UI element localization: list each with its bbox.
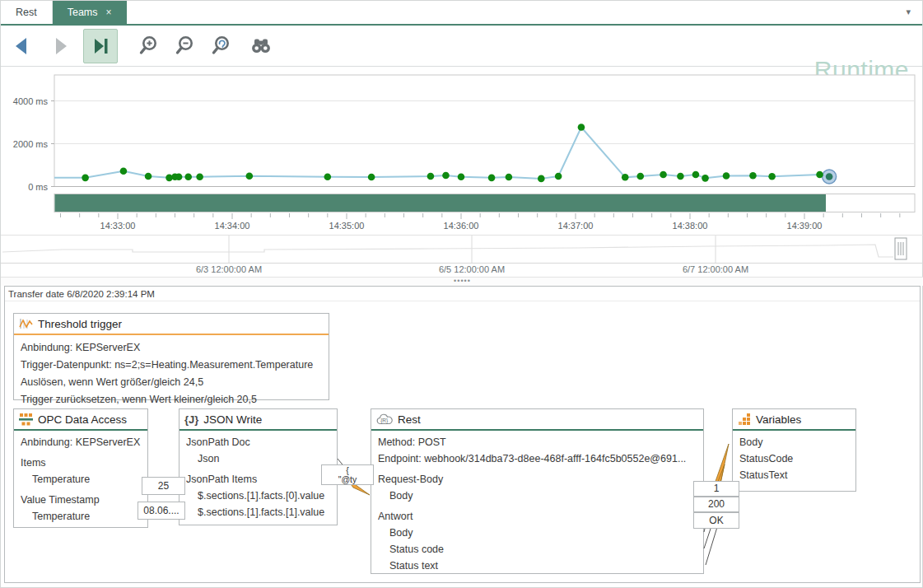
value-box-timestamp: 08.06.... [138, 502, 185, 520]
rest-row-response-body[interactable]: Body [378, 525, 697, 541]
variables-row-body[interactable]: Body [739, 434, 849, 450]
value-box-temperature: 25 [142, 477, 185, 495]
runtime-chart[interactable]: 4000 ms2000 ms0 ms14:33:0014:34:0014:35:… [1, 67, 923, 235]
opc-row: Value Timestamp [21, 492, 141, 508]
threshold-line: Auslösen, wenn Wert größer/gleich 24,5 [21, 374, 322, 391]
node-threshold-trigger[interactable]: Threshold trigger Anbindung: KEPServerEX… [13, 313, 329, 400]
svg-text:6/3 12:00:00 AM: 6/3 12:00:00 AM [196, 264, 262, 274]
svg-text:6/5 12:00:00 AM: 6/5 12:00:00 AM [439, 264, 505, 274]
opc-data-access-icon [19, 413, 33, 426]
svg-text:6/7 12:00:00 AM: 6/7 12:00:00 AM [683, 264, 748, 274]
node-title: Threshold trigger [38, 318, 122, 330]
json-row-json[interactable]: Json [186, 450, 330, 467]
opc-row: Anbindung: KEPServerEX [21, 434, 141, 450]
zoom-reset-icon [211, 34, 235, 58]
rest-row-endpoint: Endpoint: webhook/314dba73-d8ee-468f-aff… [378, 450, 697, 467]
value-box-body: 1 [693, 481, 739, 497]
rest-row: Antwort [378, 508, 697, 525]
node-title: OPC Data Access [38, 413, 127, 426]
rest-cloud-icon: {R} [376, 413, 393, 426]
json-row: JsonPath Items [186, 471, 330, 488]
opc-row-temperature[interactable]: Temperature [21, 471, 141, 488]
transfer-date-label: Transfer date 6/8/2020 2:39:14 PM [5, 287, 920, 301]
svg-text:14:37:00: 14:37:00 [558, 221, 594, 231]
json-write-icon: {J} [184, 413, 198, 426]
rest-row-status-code[interactable]: Status code [378, 541, 697, 558]
tab-teams[interactable]: Teams × [53, 1, 127, 24]
splitter-dots: ••••• [454, 277, 471, 285]
svg-text:14:34:00: 14:34:00 [215, 221, 250, 231]
workflow-panel: Transfer date 6/8/2020 2:39:14 PM Thresh… [4, 286, 921, 583]
node-opc-data-access[interactable]: OPC Data Access Anbindung: KEPServerEX I… [13, 408, 148, 528]
rest-row-request-body[interactable]: Body [378, 488, 697, 504]
skip-to-end-icon [89, 35, 112, 58]
node-rest[interactable]: {R} Rest Method: POST Endpoint: webhook/… [371, 408, 704, 574]
splitter-handle[interactable]: ••••• [1, 277, 923, 286]
tab-rest-label: Rest [16, 7, 37, 18]
timeline-overview[interactable]: 6/3 12:00:00 AM6/5 12:00:00 AM6/7 12:00:… [1, 235, 923, 277]
svg-text:14:38:00: 14:38:00 [673, 221, 708, 231]
svg-text:4000 ms: 4000 ms [13, 96, 49, 106]
json-preview-line2: "@ty [322, 475, 373, 484]
rest-row-status-text[interactable]: Status text [378, 558, 697, 574]
zoom-reset-button[interactable] [208, 29, 238, 63]
svg-text:14:35:00: 14:35:00 [329, 221, 365, 231]
application-window: Rest Teams × ▾ [0, 0, 923, 588]
variables-icon [738, 413, 751, 426]
threshold-line: Trigger-Datenpunkt: ns=2;s=Heating.Measu… [21, 357, 322, 374]
node-json-write[interactable]: {J} JSON Write JsonPath Doc Json JsonPat… [179, 408, 338, 525]
variables-row-statuscode[interactable]: StatusCode [739, 450, 849, 467]
threshold-line: Anbindung: KEPServerEX [21, 339, 322, 357]
opc-row: Items [21, 455, 141, 471]
forward-button[interactable] [45, 29, 75, 63]
tab-rest[interactable]: Rest [1, 1, 53, 24]
forward-arrow-icon [49, 35, 72, 58]
skip-to-latest-button[interactable] [83, 29, 118, 63]
svg-text:0 ms: 0 ms [28, 182, 48, 192]
rest-row: Request-Body [378, 471, 697, 488]
tab-strip: Rest Teams × ▾ [1, 1, 922, 26]
json-row-facts0[interactable]: $.sections.[1].facts.[0].value [186, 488, 330, 504]
overview-slider-handle [895, 238, 907, 259]
toolbar: Runtime [1, 26, 922, 67]
binoculars-icon [249, 34, 273, 58]
zoom-in-icon [138, 34, 163, 58]
threshold-line: Trigger zurücksetzen, wenn Wert kleiner/… [21, 391, 322, 408]
node-title: Variables [756, 413, 801, 426]
svg-text:14:36:00: 14:36:00 [444, 221, 479, 231]
zoom-out-button[interactable] [172, 29, 202, 63]
zoom-in-button[interactable] [136, 29, 165, 63]
opc-row-temperature-timestamp[interactable]: Temperature [21, 508, 141, 525]
node-json-header: {J} JSON Write [179, 409, 337, 431]
zoom-out-icon [175, 34, 199, 58]
svg-text:{R}: {R} [380, 417, 389, 423]
svg-text:14:39:00: 14:39:00 [787, 221, 823, 231]
node-threshold-header: Threshold trigger [14, 314, 329, 335]
svg-text:2000 ms: 2000 ms [13, 139, 49, 149]
json-row: JsonPath Doc [186, 434, 330, 450]
value-box-status-text: OK [693, 512, 739, 529]
threshold-trigger-icon [19, 317, 33, 330]
node-rest-header: {R} Rest [371, 409, 703, 431]
node-opc-header: OPC Data Access [14, 409, 147, 431]
node-variables[interactable]: Variables Body StatusCode StatusText [732, 408, 856, 492]
chevron-down-icon[interactable]: ▾ [906, 7, 911, 17]
close-tab-icon[interactable]: × [106, 7, 112, 17]
svg-text:14:33:00: 14:33:00 [100, 221, 136, 231]
search-button[interactable] [246, 29, 276, 63]
value-box-json-preview: { "@ty [321, 464, 374, 485]
back-arrow-icon [11, 35, 34, 58]
node-title: Rest [398, 413, 421, 426]
variables-row-statustext[interactable]: StatusText [739, 467, 849, 483]
node-variables-header: Variables [733, 409, 855, 431]
value-box-status-code: 200 [693, 497, 739, 512]
tab-teams-label: Teams [68, 7, 98, 18]
node-title: JSON Write [203, 413, 262, 426]
json-row-facts1[interactable]: $.sections.[1].facts.[1].value [186, 504, 330, 520]
back-button[interactable] [7, 29, 37, 63]
rest-row-method: Method: POST [378, 434, 697, 450]
